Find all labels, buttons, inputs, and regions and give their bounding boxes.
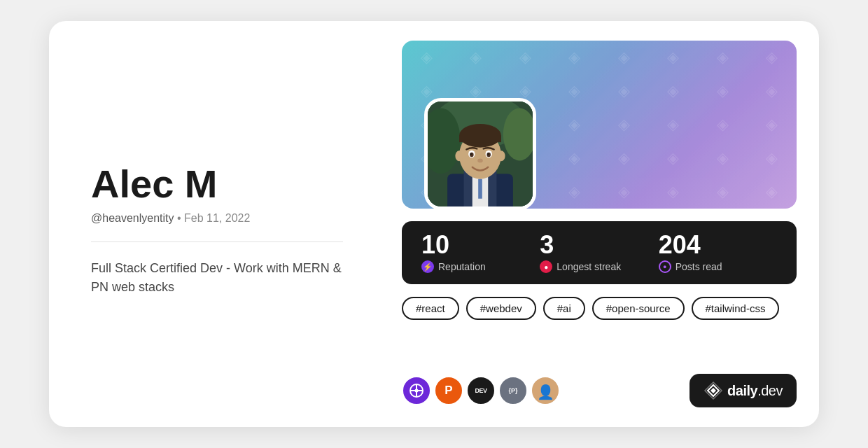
stats-bar: 10 ⚡ Reputation 3 ● Longest streak 204 ●… [402, 221, 797, 284]
community-avatar-producthunt[interactable]: P [434, 376, 463, 405]
pattern-cell: ◈ [649, 108, 699, 141]
stat-streak: 3 ● Longest streak [540, 232, 658, 273]
pattern-cell: ◈ [748, 175, 797, 209]
community-avatar-crosshair[interactable] [402, 376, 431, 405]
posts-icon: ● [659, 260, 671, 273]
tag-tailwind[interactable]: #tailwind-css [692, 297, 780, 320]
svg-point-18 [470, 153, 472, 155]
pattern-cell: ◈ [649, 141, 699, 175]
join-date: Feb 11, 2022 [184, 212, 250, 224]
right-panel: ◈ ◈ ◈ ◈ ◈ ◈ ◈ ◈ ◈ ◈ ◈ ◈ ◈ ◈ ◈ ◈ ◈ ◈ ◈ ◈ [385, 21, 819, 427]
svg-point-20 [477, 159, 483, 163]
pattern-cell: ◈ [698, 141, 748, 175]
svg-point-21 [455, 150, 463, 161]
pattern-cell: ◈ [599, 141, 649, 175]
pattern-cell: ◈ [698, 175, 748, 209]
daily-dev-logo[interactable]: daily.dev [690, 374, 797, 407]
pattern-cell: ◈ [698, 108, 748, 141]
pattern-cell: ◈ [599, 41, 649, 74]
reputation-label: ⚡ Reputation [421, 260, 540, 273]
community-avatar-devto[interactable]: DEV [466, 376, 496, 405]
tag-opensource[interactable]: #open-source [592, 297, 685, 320]
streak-icon: ● [540, 260, 552, 273]
streak-label: ● Longest streak [540, 260, 658, 273]
pattern-cell: ◈ [599, 74, 649, 108]
pattern-cell: ◈ [599, 175, 649, 209]
pattern-cell: ◈ [698, 41, 748, 74]
community-avatar-hashnode[interactable]: {P} [498, 376, 528, 405]
streak-value: 3 [540, 232, 658, 258]
reputation-text: Reputation [438, 261, 486, 272]
pattern-cell: ◈ [550, 175, 600, 209]
pattern-cell: ◈ [402, 41, 451, 74]
posts-label: ● Posts read [659, 260, 777, 273]
footer-row: P DEV {P} 👤 daily.dev [402, 374, 797, 407]
meta-separator: • [177, 212, 184, 224]
user-bio: Full Stack Certified Dev - Work with MER… [91, 259, 343, 297]
streak-text: Longest streak [556, 261, 621, 272]
svg-rect-9 [478, 179, 482, 199]
avatar-container [424, 98, 536, 209]
svg-rect-13 [459, 136, 501, 142]
svg-point-22 [497, 150, 505, 161]
posts-value: 204 [659, 232, 777, 258]
pattern-cell: ◈ [748, 141, 797, 175]
pattern-cell: ◈ [550, 108, 600, 141]
pattern-cell: ◈ [748, 74, 797, 108]
svg-point-26 [415, 389, 419, 393]
tag-webdev[interactable]: #webdev [466, 297, 536, 320]
user-name: Alec M [91, 162, 343, 206]
stat-posts: 204 ● Posts read [659, 232, 777, 273]
user-handle: @heavenlyentity [91, 212, 174, 224]
left-panel: Alec M @heavenlyentity • Feb 11, 2022 Fu… [49, 21, 385, 427]
pattern-cell: ◈ [599, 108, 649, 141]
pattern-cell: ◈ [748, 108, 797, 141]
pattern-cell: ◈ [451, 41, 501, 74]
pattern-cell: ◈ [698, 74, 748, 108]
community-avatars: P DEV {P} 👤 [402, 376, 563, 405]
posts-text: Posts read [676, 261, 722, 272]
pattern-cell: ◈ [649, 74, 699, 108]
tags-container: #react #webdev #ai #open-source #tailwin… [402, 297, 797, 320]
profile-header: ◈ ◈ ◈ ◈ ◈ ◈ ◈ ◈ ◈ ◈ ◈ ◈ ◈ ◈ ◈ ◈ ◈ ◈ ◈ ◈ [402, 41, 797, 209]
daily-logo-text: daily.dev [727, 383, 783, 399]
tag-react[interactable]: #react [402, 297, 459, 320]
pattern-cell: ◈ [550, 74, 600, 108]
stat-reputation: 10 ⚡ Reputation [421, 232, 540, 273]
pattern-cell: ◈ [748, 41, 797, 74]
pattern-cell: ◈ [649, 175, 699, 209]
pattern-cell: ◈ [500, 41, 550, 74]
reputation-value: 10 [421, 232, 540, 258]
avatar [428, 102, 533, 206]
pattern-cell: ◈ [550, 41, 600, 74]
tag-ai[interactable]: #ai [543, 297, 585, 320]
svg-point-16 [470, 153, 474, 158]
svg-point-17 [486, 153, 491, 158]
divider [91, 241, 343, 242]
reputation-icon: ⚡ [421, 260, 434, 273]
community-avatar-user: 👤 [531, 376, 560, 405]
svg-point-19 [487, 153, 489, 155]
user-meta: @heavenlyentity • Feb 11, 2022 [91, 212, 343, 225]
pattern-cell: ◈ [649, 41, 699, 74]
pattern-cell: ◈ [550, 141, 600, 175]
profile-card: Alec M @heavenlyentity • Feb 11, 2022 Fu… [49, 21, 819, 427]
